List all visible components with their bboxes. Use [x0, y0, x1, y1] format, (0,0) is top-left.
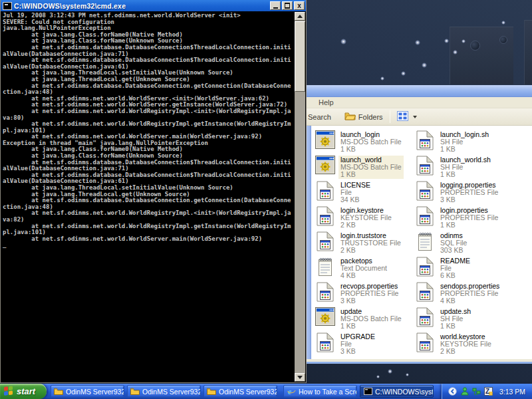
file-size: 34 KB — [340, 196, 370, 203]
file-size: 2 KB — [440, 348, 491, 355]
file-tile[interactable]: login.keystoreKEYSTORE File2 KB — [315, 206, 414, 229]
file-tile[interactable]: updateMS-DOS Batch File1 KB — [315, 307, 414, 331]
file-tile[interactable]: packetopsText Document4 KB — [315, 257, 414, 280]
batch-file-icon — [315, 307, 335, 329]
file-tile[interactable]: launch_loginMS-DOS Batch File1 KB — [315, 130, 414, 154]
file-tile[interactable]: recvops.propertiesPROPERTIES File3 KB — [315, 282, 414, 305]
folder-icon — [207, 388, 216, 396]
cmd-icon — [363, 388, 372, 396]
batch-file-icon — [315, 130, 335, 152]
console-line: at net.sf.odinms.net.world.WorldRegistry… — [3, 223, 294, 230]
search-button[interactable]: Search — [305, 112, 334, 122]
explorer-content: launch_loginMS-DOS Batch File1 KBlaunch_… — [305, 126, 532, 359]
notepad-icon — [415, 231, 435, 253]
file-tile[interactable]: sendops.propertiesPROPERTIES File4 KB — [415, 282, 513, 305]
generic-file-icon — [415, 307, 435, 329]
file-size: 1 KB — [440, 146, 489, 153]
views-dropdown-caret[interactable] — [413, 116, 417, 118]
file-tile[interactable]: update.shSH File1 KB — [415, 307, 513, 331]
scroll-thumb[interactable] — [295, 21, 305, 92]
console-titlebar[interactable]: C:\WINDOWS\system32\cmd.exe x — [1, 0, 306, 11]
explorer-window: Help Search Folders launch_loginMS- — [303, 85, 532, 364]
wallpaper-shape — [524, 20, 532, 84]
taskbar-button[interactable]: C:\WINDOWS\syste... — [360, 385, 434, 398]
minimize-button[interactable] — [270, 1, 281, 10]
file-tile[interactable]: odinmsSQL File303 KB — [415, 231, 513, 255]
file-tile[interactable]: READMEFile6 KB — [415, 257, 513, 280]
taskbar-clock[interactable]: 3:13 PM — [499, 388, 525, 396]
close-button[interactable]: x — [294, 1, 305, 10]
cmd-icon — [3, 2, 12, 10]
taskbar: start OdinMS Server932OdinMS Server932Od… — [0, 384, 532, 399]
taskbar-button[interactable]: OdinMS Server932 — [51, 385, 124, 398]
generic-file-icon — [315, 282, 335, 303]
file-size: 1 KB — [440, 221, 498, 229]
scroll-down-button[interactable] — [295, 373, 305, 382]
file-size: 2 KB — [340, 221, 392, 229]
file-size: 303 KB — [440, 247, 467, 254]
file-size: 4 KB — [440, 297, 499, 305]
file-tile[interactable]: login.propertiesPROPERTIES File1 KB — [415, 206, 513, 229]
file-size: 1 KB — [340, 323, 402, 330]
hide-icons-chevron-icon[interactable] — [448, 387, 458, 396]
views-icon — [397, 111, 408, 122]
file-size: 3 KB — [340, 348, 375, 355]
generic-file-icon — [415, 332, 435, 354]
explorer-menubar: Help — [305, 97, 532, 108]
file-size: 1 KB — [340, 146, 402, 153]
toolbar-separator — [390, 110, 390, 123]
scroll-up-button[interactable] — [295, 12, 305, 21]
taskbar-button-label: OdinMS Server932 — [66, 388, 124, 396]
file-tile[interactable]: login.truststoreTRUSTSTORE File2 KB — [315, 231, 414, 255]
search-button-label: Search — [308, 113, 331, 121]
console-body: Jul 19, 2008 3:12:43 PM net.sf.odinms.ne… — [1, 12, 305, 382]
batch-file-icon — [315, 156, 335, 177]
file-size: 3 KB — [440, 196, 498, 203]
views-button[interactable] — [394, 110, 420, 124]
console-title: C:\WINDOWS\system32\cmd.exe — [14, 2, 126, 10]
zonealarm-icon[interactable]: Z — [484, 387, 493, 396]
taskbar-button-label: How to Take a Scree... — [299, 388, 357, 396]
network-status-icon[interactable] — [472, 387, 481, 396]
file-size: 1 KB — [340, 171, 402, 178]
file-tile[interactable]: logging.propertiesPROPERTIES File3 KB — [415, 181, 513, 204]
file-tile[interactable]: launch_login.shSH File1 KB — [415, 130, 513, 154]
notepad-icon — [315, 257, 335, 278]
file-size: 1 KB — [440, 171, 491, 178]
file-tile[interactable]: world.keystoreKEYSTORE File2 KB — [415, 332, 513, 356]
console-line: at net.sf.odinms.net.world.WorldRegistry… — [3, 121, 294, 128]
taskbar-button-label: OdinMS Server932 — [219, 388, 277, 396]
taskbar-button[interactable]: OdinMS Server932 — [127, 385, 201, 398]
restore-button[interactable] — [282, 1, 293, 10]
file-tile[interactable]: UPGRADEFile3 KB — [315, 332, 414, 356]
generic-file-icon — [415, 181, 435, 202]
file-tile[interactable]: LICENSEFile34 KB — [315, 181, 414, 204]
svg-text:Z: Z — [485, 388, 489, 395]
file-tile[interactable]: launch_worldMS-DOS Batch File1 KB — [315, 156, 414, 179]
generic-file-icon — [415, 156, 435, 177]
file-size: 2 KB — [340, 247, 401, 254]
taskbar-button[interactable]: OdinMS Server932 — [203, 385, 277, 398]
console-line: at net.sf.odinms.net.world.WorldRegistry… — [3, 210, 294, 217]
windows-flag-icon — [4, 386, 14, 397]
start-button[interactable]: start — [0, 384, 47, 399]
generic-file-icon — [415, 130, 435, 152]
file-tile[interactable]: launch_world.shSH File1 KB — [415, 156, 513, 179]
task-button-strip: OdinMS Server932OdinMS Server932OdinMS S… — [51, 384, 434, 399]
file-size: 4 KB — [340, 272, 387, 279]
messenger-icon[interactable] — [460, 387, 469, 396]
taskbar-button[interactable]: eHow to Take a Scree... — [283, 385, 357, 398]
console-scrollbar[interactable] — [295, 12, 305, 382]
file-size: 1 KB — [440, 323, 471, 330]
generic-file-icon — [315, 181, 335, 202]
generic-file-icon — [315, 206, 335, 227]
folders-icon — [344, 112, 356, 122]
explorer-toolbar: Search Folders — [305, 108, 532, 126]
folders-button[interactable]: Folders — [342, 110, 386, 123]
menu-help[interactable]: Help — [319, 98, 334, 106]
svg-text:e: e — [288, 387, 292, 396]
folders-button-label: Folders — [358, 113, 383, 121]
desktop: Help Search Folders launch_loginMS- — [0, 0, 532, 399]
generic-file-icon — [415, 282, 435, 303]
explorer-titlebar[interactable] — [305, 85, 532, 97]
